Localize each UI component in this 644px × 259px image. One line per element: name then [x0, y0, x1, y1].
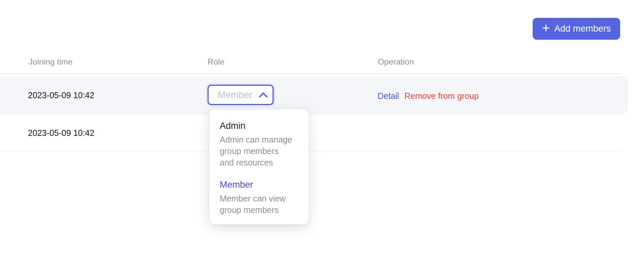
row-divider — [0, 114, 620, 114]
add-members-button[interactable]: + Add members — [533, 18, 620, 40]
group-members-page: + Add members Joining time Role Operatio… — [0, 0, 644, 259]
option-description: Member can view group members — [220, 193, 299, 216]
joining-time-cell: 2023-05-09 10:42 — [28, 91, 94, 100]
dropdown-option-member[interactable]: Member Member can view group members — [220, 178, 299, 216]
operations-cell: Detail Remove from group — [378, 91, 479, 101]
column-header-role: Role — [208, 57, 224, 67]
column-header-joining-time: Joining time — [29, 57, 72, 67]
chevron-up-icon — [259, 92, 268, 98]
column-header-operation: Operation — [378, 57, 414, 67]
dropdown-option-admin[interactable]: Admin Admin can manage group members and… — [220, 119, 299, 168]
role-dropdown-menu: Admin Admin can manage group members and… — [209, 109, 309, 224]
option-title: Admin — [220, 119, 299, 132]
role-select-value: Member — [218, 89, 254, 100]
header-divider — [0, 73, 620, 74]
plus-icon: + — [542, 21, 550, 35]
remove-from-group-link[interactable]: Remove from group — [404, 91, 479, 101]
row-divider — [0, 151, 620, 151]
detail-link[interactable]: Detail — [378, 91, 399, 101]
option-description: Admin can manage group members and resou… — [220, 134, 299, 168]
option-title: Member — [220, 178, 299, 191]
joining-time-cell: 2023-05-09 10:42 — [28, 128, 94, 137]
role-select[interactable]: Member — [208, 85, 274, 105]
add-members-label: Add members — [554, 24, 611, 34]
